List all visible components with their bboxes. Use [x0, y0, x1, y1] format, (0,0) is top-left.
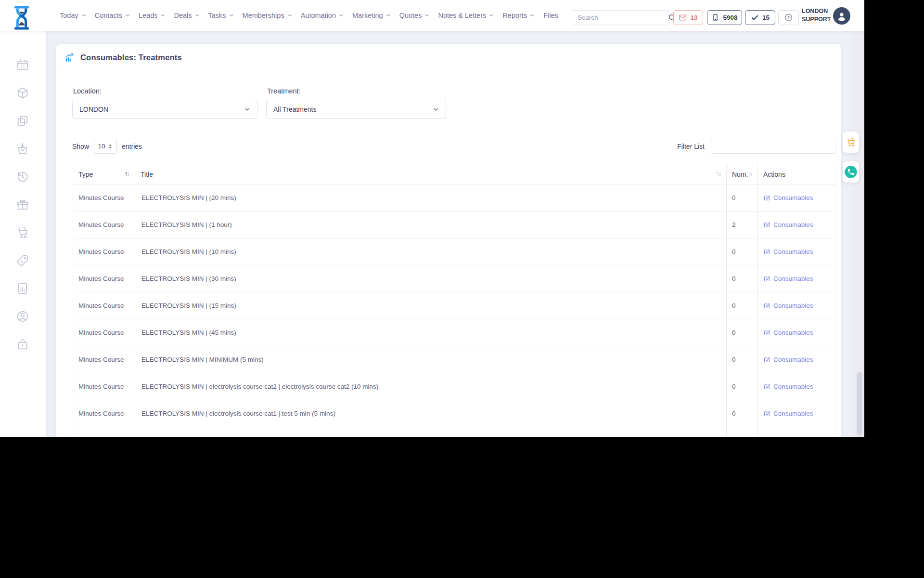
chevron-down-icon — [488, 13, 494, 18]
nav-item-today[interactable]: Today — [60, 12, 87, 19]
search-input[interactable] — [572, 14, 668, 21]
nav-item-automation[interactable]: Automation — [301, 12, 344, 19]
consumables-link[interactable]: Consumables — [763, 302, 813, 309]
table-row: Minutes CourseELECTROLYSIS MIN | (30 min… — [73, 265, 836, 292]
price-tag-icon[interactable] — [16, 254, 29, 267]
consumables-link[interactable]: Consumables — [763, 356, 813, 363]
filter-list-input[interactable] — [711, 139, 836, 154]
cube-icon[interactable] — [16, 86, 29, 100]
edit-icon — [763, 302, 770, 309]
nav-item-memberships[interactable]: Memberships — [243, 12, 293, 19]
chevron-down-icon — [529, 13, 535, 18]
table-row: Minutes CourseELECTROLYSIS MIN | (15 min… — [73, 292, 836, 319]
nav-item-quotes[interactable]: Quotes — [399, 12, 430, 19]
table-row — [73, 427, 836, 437]
copy-icon[interactable] — [16, 114, 29, 128]
filter-list-label: Filter List — [677, 143, 705, 150]
check-icon — [751, 13, 759, 22]
nav-item-files[interactable]: Files — [543, 12, 558, 19]
cell-actions: Consumables — [758, 346, 836, 373]
chevron-down-icon — [287, 13, 293, 18]
account-icon[interactable] — [16, 310, 29, 323]
column-header-actions: Actions — [758, 164, 836, 184]
location-select[interactable]: LONDON — [72, 100, 257, 119]
sort-icon — [124, 171, 131, 178]
mail-count: 13 — [690, 14, 697, 21]
cell-type: Minutes Course — [73, 319, 135, 346]
mobile-icon — [711, 13, 719, 22]
consumables-link[interactable]: Consumables — [763, 329, 813, 336]
spinner-icon — [107, 143, 113, 150]
mail-icon — [679, 13, 687, 22]
nav-item-marketing[interactable]: Marketing — [352, 12, 391, 19]
nav-item-tasks[interactable]: Tasks — [208, 12, 234, 19]
card-header: Consumables: Treatments — [56, 44, 841, 71]
cell-title: ELECTROLYSIS MIN | (1 hour) — [135, 211, 727, 238]
cell-actions: Consumables — [758, 400, 836, 427]
user-name: LONDON SUPPORT — [802, 7, 832, 24]
treatment-select[interactable]: All Treatments — [266, 100, 446, 119]
edit-icon — [763, 410, 770, 417]
cell-type: Minutes Course — [73, 184, 135, 211]
consumables-link[interactable]: Consumables — [763, 248, 813, 255]
nav-item-notes-letters[interactable]: Notes & Letters — [438, 12, 494, 19]
table-row: Minutes CourseELECTROLYSIS MIN | electro… — [73, 373, 836, 400]
consumables-link[interactable]: Consumables — [763, 194, 813, 201]
svg-text:12: 12 — [20, 65, 25, 69]
hourglass-logo[interactable] — [10, 5, 33, 30]
table-body: Minutes CourseELECTROLYSIS MIN | (20 min… — [73, 184, 836, 437]
cell-num: 0 — [727, 238, 758, 265]
tasks-badge[interactable]: 15 — [745, 10, 775, 25]
global-search — [572, 10, 669, 25]
column-header-title[interactable]: Title — [135, 164, 727, 184]
chevron-down-icon — [244, 106, 250, 113]
gift-icon[interactable] — [16, 198, 29, 211]
chevron-down-icon — [160, 13, 166, 18]
column-header-num[interactable]: Num. — [727, 164, 758, 184]
nav-item-deals[interactable]: Deals — [174, 12, 200, 19]
calendar-icon[interactable]: 12 — [16, 58, 29, 72]
consumables-link[interactable]: Consumables — [763, 383, 813, 390]
sort-icon — [748, 171, 754, 178]
question-icon: ? — [784, 13, 793, 22]
page-size-select[interactable]: 10 — [94, 139, 117, 154]
nav-item-label: Files — [543, 12, 558, 19]
cell-type: Minutes Course — [73, 265, 135, 292]
user-avatar[interactable] — [833, 7, 850, 25]
consumables-link[interactable]: Consumables — [763, 275, 813, 282]
nav-item-label: Contacts — [95, 12, 122, 19]
cell-num: 2 — [727, 211, 758, 238]
report-icon[interactable] — [16, 282, 29, 295]
edit-icon — [763, 275, 770, 282]
column-header-type[interactable]: Type — [73, 164, 135, 184]
whatsapp-floating-button[interactable] — [843, 161, 859, 183]
page-title: Consumables: Treatments — [80, 53, 182, 62]
bag-receive-icon[interactable] — [16, 142, 29, 156]
cell-title: ELECTROLYSIS MIN | (20 mins) — [135, 184, 727, 211]
history-icon[interactable] — [16, 170, 29, 184]
table-row: Minutes CourseELECTROLYSIS MIN | (45 min… — [73, 319, 836, 346]
cell-type: Minutes Course — [73, 373, 135, 400]
cell-num: 0 — [727, 265, 758, 292]
cart-icon[interactable] — [16, 226, 29, 239]
consumables-link[interactable]: Consumables — [763, 221, 813, 228]
treatment-value: All Treatments — [273, 105, 316, 113]
phone-badge[interactable]: 5908 — [707, 10, 742, 25]
nav-item-contacts[interactable]: Contacts — [95, 12, 130, 19]
cell-title: ELECTROLYSIS MIN | (45 mins) — [135, 319, 727, 346]
cell-num: 0 — [727, 346, 758, 373]
nav-item-leads[interactable]: Leads — [139, 12, 166, 19]
chevron-down-icon — [125, 13, 130, 18]
mail-badge[interactable]: 13 — [673, 10, 703, 25]
treatments-table: Type Title Num. Actions Minutes CourseEL… — [73, 164, 836, 437]
nav-item-reports[interactable]: Reports — [502, 12, 535, 19]
cell-actions: Consumables — [758, 265, 836, 292]
basket-floating-button[interactable] — [843, 131, 859, 153]
cell-type: Minutes Course — [73, 346, 135, 373]
lock-icon[interactable] — [16, 338, 29, 351]
location-label: Location: — [73, 87, 102, 95]
help-button[interactable]: ? — [778, 10, 799, 25]
scrollbar-thumb[interactable] — [857, 372, 862, 435]
consumables-link[interactable]: Consumables — [763, 410, 813, 417]
chevron-down-icon — [433, 106, 439, 113]
